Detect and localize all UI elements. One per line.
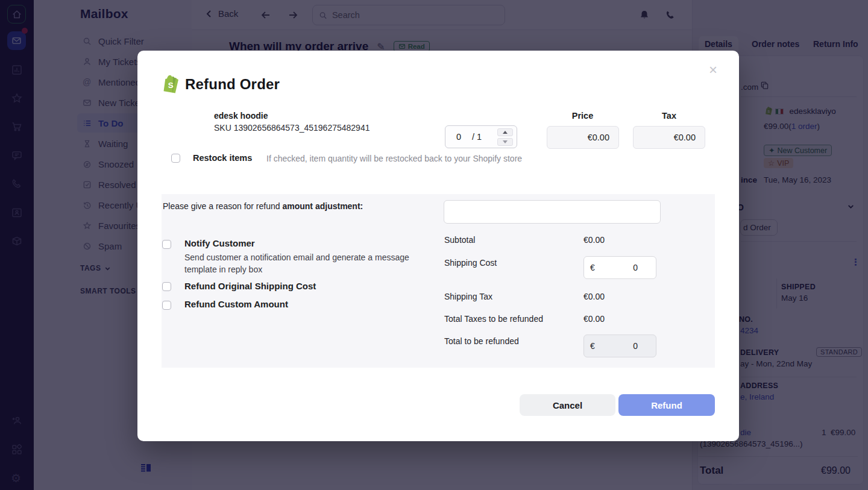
restock-label: Restock items xyxy=(193,153,252,163)
total-taxes-label: Total Taxes to be refunded xyxy=(444,314,543,324)
currency-symbol: € xyxy=(590,263,595,272)
up-arrow-icon xyxy=(503,131,508,134)
notify-customer-description: Send customer a notification email and g… xyxy=(184,251,433,275)
refund-details-section: Please give a reason for refund amount a… xyxy=(162,194,715,368)
shipping-cost-input-group: € xyxy=(583,256,656,279)
svg-text:S: S xyxy=(168,81,174,90)
refund-custom-amount-label: Refund Custom Amount xyxy=(184,299,288,309)
decrement-button[interactable] xyxy=(497,138,513,146)
price-input[interactable]: €0.00 xyxy=(547,126,619,149)
refund-shipping-label: Refund Original Shipping Cost xyxy=(184,281,316,291)
shopify-icon: S xyxy=(163,75,179,93)
refund-shipping-checkbox[interactable] xyxy=(162,282,171,291)
total-refund-input-group: € xyxy=(583,335,656,357)
shipping-tax-value: €0.00 xyxy=(583,292,605,301)
notify-customer-checkbox[interactable] xyxy=(162,240,171,249)
restock-hint: If checked, item quantity will be restoc… xyxy=(266,154,522,163)
quantity-value[interactable]: 0 xyxy=(445,132,472,142)
reason-label: Please give a reason for refund amount a… xyxy=(163,201,363,211)
modal-header: S Refund Order xyxy=(163,75,280,93)
refund-order-modal: × S Refund Order edesk hoodie SKU 139026… xyxy=(137,51,739,441)
subtotal-label: Subtotal xyxy=(444,235,475,245)
app-screen: ⚙ Mailbox Quick Filter My Tickets @ Ment… xyxy=(0,0,868,490)
tax-header: Tax xyxy=(633,111,705,121)
reason-input[interactable] xyxy=(444,200,661,224)
quantity-stepper[interactable]: 0 / 1 xyxy=(445,125,517,148)
tax-input[interactable]: €0.00 xyxy=(633,126,705,149)
shipping-cost-input[interactable] xyxy=(595,263,650,272)
down-arrow-icon xyxy=(503,140,508,143)
total-taxes-value: €0.00 xyxy=(583,314,605,324)
notify-customer-label: Notify Customer xyxy=(184,238,255,248)
close-icon[interactable]: × xyxy=(709,63,717,77)
modal-title: Refund Order xyxy=(185,76,280,93)
cancel-button[interactable]: Cancel xyxy=(520,394,615,416)
item-sku: SKU 13902656864573_45196275482941 xyxy=(214,123,370,133)
currency-symbol: € xyxy=(590,341,595,351)
subtotal-value: €0.00 xyxy=(583,235,605,245)
shipping-cost-label: Shipping Cost xyxy=(444,258,497,268)
item-name: edesk hoodie xyxy=(214,111,268,121)
quantity-max: / 1 xyxy=(472,132,491,142)
refund-button[interactable]: Refund xyxy=(618,394,715,416)
restock-checkbox[interactable] xyxy=(171,154,180,163)
stepper-buttons xyxy=(497,128,513,146)
shipping-tax-label: Shipping Tax xyxy=(444,292,492,301)
total-refund-label: Total to be refunded xyxy=(444,336,519,346)
refund-custom-amount-checkbox[interactable] xyxy=(162,301,171,310)
increment-button[interactable] xyxy=(497,128,513,136)
price-header: Price xyxy=(547,111,618,121)
total-refund-input[interactable] xyxy=(595,341,650,351)
